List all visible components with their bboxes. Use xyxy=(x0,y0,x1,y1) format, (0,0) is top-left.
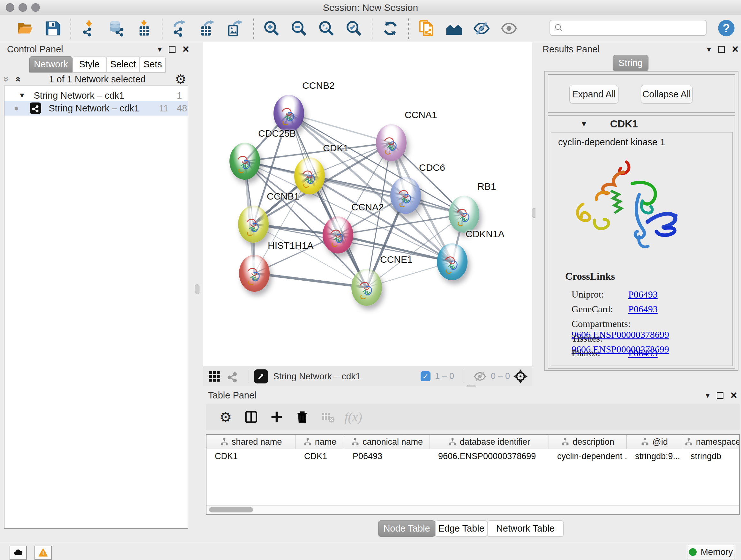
export-table-button[interactable] xyxy=(199,19,217,37)
table-row[interactable]: CDK1CDK1P064939606.ENSP00000378699cyclin… xyxy=(206,449,739,463)
search-input[interactable] xyxy=(567,22,702,33)
protein-thumbnail xyxy=(356,278,376,301)
tab-edge-table[interactable]: Edge Table xyxy=(435,520,487,537)
node-ccna2[interactable] xyxy=(323,216,353,253)
control-panel: Control Panel ▾ × NetworkStyleSelectSets… xyxy=(0,42,203,543)
collapse-panel-icon[interactable]: ▾ xyxy=(705,391,710,399)
warnings-button[interactable] xyxy=(35,546,52,560)
close-panel-icon[interactable]: × xyxy=(183,45,189,54)
hide-selected-button[interactable] xyxy=(473,19,490,37)
column-header-database-identifier[interactable]: database identifier xyxy=(430,435,549,449)
zoom-fit-button[interactable] xyxy=(318,19,335,37)
function-builder-icon: f(x) xyxy=(345,409,361,425)
collapse-all-networks-icon[interactable]: » xyxy=(2,76,12,82)
node-cdk1[interactable] xyxy=(294,158,325,194)
node-cdc6[interactable] xyxy=(390,177,421,214)
node-ccne1[interactable] xyxy=(351,269,382,306)
expand-all-networks-icon[interactable]: » xyxy=(12,76,22,82)
crosslink-link[interactable]: P06493 xyxy=(628,348,658,358)
expand-all-button[interactable]: Expand All xyxy=(569,85,618,104)
float-panel-icon[interactable] xyxy=(169,46,176,53)
save-session-button[interactable] xyxy=(44,19,62,37)
tab-network-table[interactable]: Network Table xyxy=(487,520,563,537)
fit-content-crosshair-icon[interactable] xyxy=(513,369,528,384)
delete-column-trash-icon[interactable] xyxy=(294,409,311,425)
memory-button[interactable]: Memory xyxy=(687,545,735,559)
node-ccna1[interactable] xyxy=(376,124,407,161)
left-splitter-handle[interactable] xyxy=(195,285,199,294)
tab-network[interactable]: Network xyxy=(29,56,72,72)
column-header-canonical-name[interactable]: canonical name xyxy=(344,435,430,449)
protein-thumbnail xyxy=(243,215,263,238)
collapse-all-button[interactable]: Collapse All xyxy=(641,85,692,104)
column-header-name[interactable]: name xyxy=(296,435,344,449)
node-ccnb2[interactable] xyxy=(273,95,304,132)
table-panel-title: Table Panel xyxy=(208,390,257,401)
export-image-button[interactable] xyxy=(226,19,244,37)
cell: 9606.ENSP00000378699 xyxy=(430,449,549,463)
add-column-icon[interactable] xyxy=(268,409,285,425)
close-panel-icon[interactable]: × xyxy=(732,45,738,54)
node-rb1[interactable] xyxy=(449,196,479,233)
float-panel-icon[interactable] xyxy=(718,46,725,53)
cloud-status-button[interactable] xyxy=(10,546,27,560)
show-columns-icon[interactable] xyxy=(243,409,259,425)
collapse-panel-icon[interactable]: ▾ xyxy=(158,45,162,53)
clone-network-button[interactable] xyxy=(418,19,435,37)
network-view-canvas[interactable]: CCNB2CCNA1CDC25BCDK1CDC6RB1CCNB1CCNA2CDK… xyxy=(203,42,532,367)
node-label-ccnb2: CCNB2 xyxy=(302,80,335,91)
crosslink-link[interactable]: P06493 xyxy=(628,304,658,314)
collapse-panel-icon[interactable]: ▾ xyxy=(707,45,711,53)
open-in-string-icon[interactable] xyxy=(254,369,268,383)
tab-select[interactable]: Select xyxy=(106,56,140,72)
tab-node-table[interactable]: Node Table xyxy=(378,520,435,537)
title-bar: Session: New Session xyxy=(0,0,741,15)
network-view-toolbar: String Network – cdk1 ✓ 1 – 0 0 – 0 xyxy=(203,367,532,386)
node-label-cdkn1a: CDKN1A xyxy=(466,229,504,240)
node-cdkn1a[interactable] xyxy=(437,243,468,280)
apply-layout-button[interactable] xyxy=(381,19,399,37)
collection-expand-icon[interactable]: ▼ xyxy=(18,91,25,100)
column-header-description[interactable]: description xyxy=(549,435,627,449)
column-header--id[interactable]: @id xyxy=(627,435,682,449)
selected-checkbox[interactable]: ✓ xyxy=(421,371,430,381)
table-settings-gear-icon[interactable]: ⚙ xyxy=(217,409,234,425)
column-header-shared-name[interactable]: shared name xyxy=(206,435,296,449)
close-panel-icon[interactable]: × xyxy=(731,391,737,400)
open-session-button[interactable] xyxy=(16,19,34,37)
help-button[interactable]: ? xyxy=(718,19,735,37)
tab-sets[interactable]: Sets xyxy=(140,56,165,72)
node-ccnb1[interactable] xyxy=(238,206,269,243)
zoom-in-button[interactable] xyxy=(263,19,280,37)
cloud-icon xyxy=(13,548,23,557)
gene-section-header[interactable]: ▼ CDK1 xyxy=(548,116,735,132)
node-hist1h1a[interactable] xyxy=(239,255,270,292)
export-network-button[interactable] xyxy=(172,19,189,37)
protein-thumbnail xyxy=(454,205,474,228)
crosslink-label: Compartments: xyxy=(571,318,628,329)
show-all-button[interactable] xyxy=(500,19,518,37)
first-neighbors-button[interactable] xyxy=(445,19,463,37)
network-node-count: 11 xyxy=(159,103,169,114)
scrollbar-thumb[interactable] xyxy=(209,507,253,512)
gene-collapse-icon[interactable]: ▼ xyxy=(580,119,588,128)
import-network-database-button[interactable] xyxy=(108,19,125,37)
column-header-namespace[interactable]: namespace xyxy=(682,435,740,449)
network-row[interactable]: ● String Network – cdk1 11 48 xyxy=(4,101,188,116)
birdseye-grid-icon[interactable] xyxy=(208,370,221,383)
network-options-gear-icon[interactable]: ⚙ xyxy=(175,72,186,86)
crosslink-link[interactable]: P06493 xyxy=(628,289,658,300)
crosslink-row: Tissues:9606.ENSP00000378699 xyxy=(571,333,725,348)
float-panel-icon[interactable] xyxy=(717,392,724,399)
node-cdc25b[interactable] xyxy=(229,143,260,180)
import-network-file-button[interactable] xyxy=(80,19,98,37)
tab-style[interactable]: Style xyxy=(72,56,106,72)
string-network-gray-icon[interactable] xyxy=(226,370,239,383)
horizontal-scrollbar[interactable] xyxy=(206,505,739,514)
zoom-selected-button[interactable] xyxy=(345,19,363,37)
import-table-button[interactable] xyxy=(135,19,153,37)
column-label: namespace xyxy=(696,437,740,447)
column-label: canonical name xyxy=(362,437,423,447)
tab-string[interactable]: String xyxy=(613,55,649,71)
zoom-out-button[interactable] xyxy=(290,19,308,37)
